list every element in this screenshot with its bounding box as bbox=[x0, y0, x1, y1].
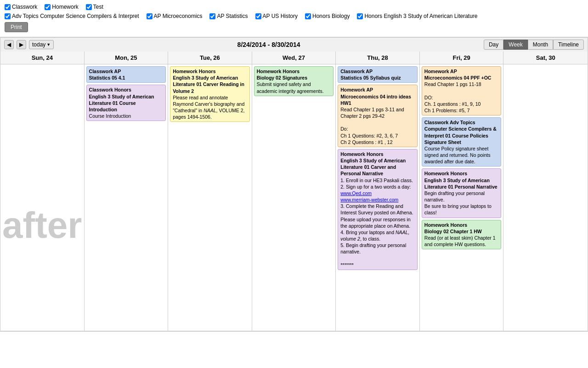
view-month-button[interactable]: Month bbox=[528, 40, 553, 50]
cell-fri: Homework AP Microeconomics 04 PPF +OC Re… bbox=[420, 64, 504, 331]
event-fri-1-course: Microeconomics 04 PPF +OC bbox=[424, 75, 499, 81]
filter-ap-us[interactable]: AP US History bbox=[255, 13, 298, 19]
event-fri-3-course: English 3 Study of American Literature 0… bbox=[424, 177, 499, 190]
event-thu-2-type: Homework AP bbox=[340, 86, 415, 93]
event-tue-1-type: Homework Honors bbox=[173, 68, 247, 75]
event-fri-4-type: Homework Honors bbox=[424, 222, 499, 228]
event-mon-1-course: Statistics 05 4.1 bbox=[89, 75, 164, 81]
event-thu-1-course: Statistics 05 Syllabus quiz bbox=[340, 75, 415, 81]
today-dropdown-arrow: ▼ bbox=[46, 42, 51, 47]
event-wed-1-body: Submit signed safety and academic integr… bbox=[257, 81, 331, 94]
event-fri-3[interactable]: Homework Honors English 3 Study of Ameri… bbox=[422, 168, 502, 218]
filter-homework[interactable]: Homework bbox=[45, 4, 78, 10]
next-button[interactable]: ▶ bbox=[17, 40, 26, 49]
event-thu-3[interactable]: Homework Honors English 3 Study of Ameri… bbox=[338, 149, 418, 270]
cell-sun: after bbox=[0, 64, 85, 331]
view-day-button[interactable]: Day bbox=[484, 40, 503, 50]
calendar-header: Sun, 24 Mon, 25 Tue, 26 Wed, 27 Thu, 28 … bbox=[0, 52, 588, 64]
event-wed-1[interactable]: Homework Honors Biology 02 Signatures Su… bbox=[254, 66, 334, 96]
event-thu-2[interactable]: Homework AP Microeconomics 04 intro idea… bbox=[338, 85, 418, 147]
watermark-text: after bbox=[2, 66, 82, 329]
cell-tue: Homework Honors English 3 Study of Ameri… bbox=[168, 64, 252, 331]
filter-honors-eng-label: Honors English 3 Study of American Liter… bbox=[364, 13, 477, 19]
event-fri-1-body: Read Chapter 1 pgs 11-18DO:Ch. 1 questio… bbox=[424, 81, 499, 114]
event-mon-2-course: English 3 Study of American Literature 0… bbox=[89, 93, 164, 113]
checkbox-honors-eng[interactable] bbox=[357, 13, 363, 19]
event-mon-2-body: Course Introduction bbox=[89, 113, 164, 119]
filter-honors-bio[interactable]: Honors Biology bbox=[305, 13, 350, 19]
event-thu-1-type: Classwork AP bbox=[340, 68, 415, 75]
filter-ap-micro[interactable]: AP Microeconomics bbox=[147, 13, 203, 19]
today-button[interactable]: today ▼ bbox=[29, 40, 54, 49]
filter-ap-micro-label: AP Microeconomics bbox=[154, 13, 203, 19]
checkbox-classwork[interactable] bbox=[5, 4, 11, 10]
calendar: Sun, 24 Mon, 25 Tue, 26 Wed, 27 Thu, 28 … bbox=[0, 52, 588, 332]
event-fri-4[interactable]: Homework Honors Biology 02 Chapter 1 HW … bbox=[422, 220, 502, 250]
filter-honors-eng[interactable]: Honors English 3 Study of American Liter… bbox=[357, 13, 477, 19]
checkbox-ap-stats[interactable] bbox=[209, 13, 215, 19]
event-thu-2-body: Read Chapter 1 pgs 3-11 and Chapter 2 pg… bbox=[340, 106, 415, 145]
filter-test[interactable]: Test bbox=[86, 4, 103, 10]
event-fri-2[interactable]: Classwork Adv Topics Computer Science Co… bbox=[422, 117, 502, 167]
event-mon-1-type: Classwork AP bbox=[89, 68, 164, 75]
nav-bar: ◀ ▶ today ▼ 8/24/2014 - 8/30/2014 Day We… bbox=[0, 37, 588, 52]
event-thu-1[interactable]: Classwork AP Statistics 05 Syllabus quiz bbox=[338, 66, 418, 83]
event-tue-1-course: English 3 Study of American Literature 0… bbox=[173, 75, 247, 94]
checkbox-test[interactable] bbox=[86, 4, 92, 10]
filter-classwork-label: Classwork bbox=[12, 4, 37, 10]
cell-sat bbox=[503, 64, 588, 331]
today-label: today bbox=[32, 41, 45, 48]
prev-button[interactable]: ◀ bbox=[4, 40, 14, 49]
event-fri-1[interactable]: Homework AP Microeconomics 04 PPF +OC Re… bbox=[422, 66, 502, 115]
filter-test-label: Test bbox=[93, 4, 103, 10]
view-timeline-button[interactable]: Timeline bbox=[553, 40, 584, 50]
event-tue-1-body: Please read and annotate Raymond Carver'… bbox=[173, 94, 247, 121]
filter-homework-label: Homework bbox=[52, 4, 78, 10]
event-fri-2-type: Classwork Adv Topics bbox=[424, 119, 499, 126]
top-bar: Classwork Homework Test Adv Topics Compu… bbox=[0, 0, 588, 37]
calendar-body: after Classwork AP Statistics 05 4.1 Cla… bbox=[0, 64, 588, 331]
view-buttons: Day Week Month Timeline bbox=[484, 40, 584, 50]
header-sun: Sun, 24 bbox=[0, 52, 85, 64]
cell-thu: Classwork AP Statistics 05 Syllabus quiz… bbox=[336, 64, 420, 331]
header-thu: Thu, 28 bbox=[336, 52, 420, 64]
event-wed-1-course: Biology 02 Signatures bbox=[257, 75, 331, 81]
header-wed: Wed, 27 bbox=[252, 52, 336, 64]
event-wed-1-type: Homework Honors bbox=[257, 68, 331, 75]
view-week-button[interactable]: Week bbox=[503, 40, 527, 50]
event-mon-2-type: Classwork Honors bbox=[89, 86, 164, 93]
checkbox-ap-micro[interactable] bbox=[147, 13, 153, 19]
filter-adv[interactable]: Adv Topics Computer Science Compilers & … bbox=[5, 13, 139, 19]
event-mon-1[interactable]: Classwork AP Statistics 05 4.1 bbox=[86, 66, 166, 83]
filter-classwork[interactable]: Classwork bbox=[5, 4, 37, 10]
cell-mon: Classwork AP Statistics 05 4.1 Classwork… bbox=[85, 64, 169, 331]
link-merriam[interactable]: www.merriam-webster.com bbox=[340, 197, 398, 202]
date-range: 8/24/2014 - 8/30/2014 bbox=[57, 41, 481, 48]
checkbox-honors-bio[interactable] bbox=[305, 13, 311, 19]
filter-adv-label: Adv Topics Computer Science Compilers & … bbox=[12, 13, 139, 19]
event-fri-3-body: Begin drafting your personal narrative.B… bbox=[424, 190, 499, 216]
event-thu-2-course: Microeconomics 04 intro ideas HW1 bbox=[340, 93, 415, 106]
checkbox-adv[interactable] bbox=[5, 13, 11, 19]
event-fri-2-body: Course Policy signature sheet signed and… bbox=[424, 145, 499, 165]
event-tue-1[interactable]: Homework Honors English 3 Study of Ameri… bbox=[170, 66, 250, 122]
event-fri-3-type: Homework Honors bbox=[424, 170, 499, 177]
header-mon: Mon, 25 bbox=[85, 52, 169, 64]
filter-ap-stats[interactable]: AP Statistics bbox=[209, 13, 248, 19]
event-thu-3-course: English 3 Study of American Literature 0… bbox=[340, 157, 415, 177]
header-sat: Sat, 30 bbox=[503, 52, 588, 64]
event-thu-3-body: 1. Enroll in our HE3 Paskali class. 2. S… bbox=[340, 177, 415, 268]
filter-ap-stats-label: AP Statistics bbox=[217, 13, 248, 19]
event-mon-2[interactable]: Classwork Honors English 3 Study of Amer… bbox=[86, 85, 166, 121]
event-fri-4-body: Read (or at least skim) Chapter 1 and co… bbox=[424, 235, 499, 247]
filter-row-courses: Adv Topics Computer Science Compilers & … bbox=[5, 13, 583, 19]
event-thu-3-type: Homework Honors bbox=[340, 151, 415, 157]
filter-honors-bio-label: Honors Biology bbox=[312, 13, 350, 19]
checkbox-homework[interactable] bbox=[45, 4, 51, 10]
event-fri-1-type: Homework AP bbox=[424, 68, 499, 75]
link-qed[interactable]: www.Qed.com bbox=[340, 190, 372, 196]
header-fri: Fri, 29 bbox=[420, 52, 504, 64]
checkbox-ap-us[interactable] bbox=[255, 13, 261, 19]
filter-row-types: Classwork Homework Test bbox=[5, 4, 583, 10]
print-button[interactable]: Print bbox=[5, 22, 28, 32]
